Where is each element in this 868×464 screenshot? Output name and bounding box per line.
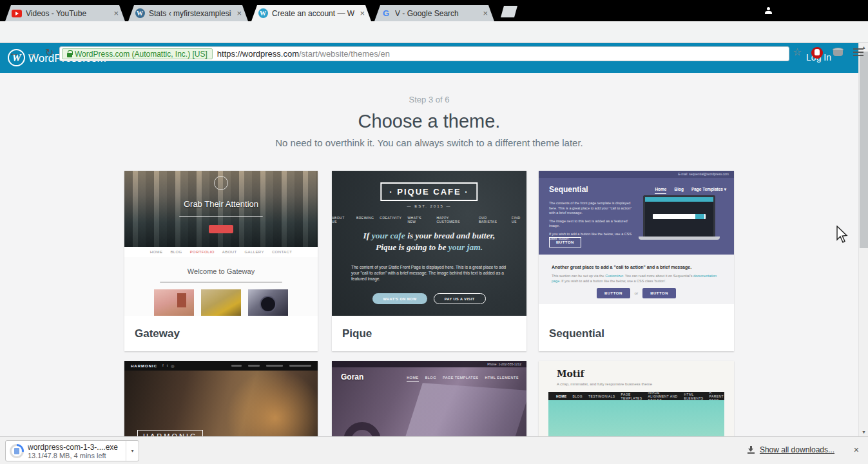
theme-card-pique[interactable]: · PIQUE CAFE · — EST. 2015 — ABOUT US BR… [332, 171, 526, 351]
show-all-downloads-link[interactable]: Show all downloads... [747, 445, 834, 454]
theme-preview-pique[interactable]: · PIQUE CAFE · — EST. 2015 — ABOUT US BR… [332, 171, 526, 316]
nav-link: BLOG [573, 394, 583, 398]
goran-brand: Goran [341, 372, 363, 382]
nav-link: CREATIVITY [380, 216, 401, 224]
placeholder-text-line [160, 282, 282, 283]
theme-preview-sequential[interactable]: E-mail: sequential@wordpress.com Sequent… [539, 171, 734, 316]
sequential-cta-section: Another great place to add a "call to ac… [539, 255, 734, 304]
pique-nav: ABOUT US BREWING CREATIVITY WHAT'S NEW H… [332, 216, 526, 224]
gateway-photo-row [154, 289, 288, 316]
address-bar[interactable]: WordPress.com (Automattic, Inc.) [US] ht… [59, 46, 789, 61]
goran-nav: HOME BLOG PAGE TEMPLATES HTML ELEMENTS [407, 376, 519, 382]
url-text[interactable]: https://wordpress.com/start/website/them… [217, 49, 390, 59]
theme-card-gateway[interactable]: Grab Their Attention HOME BLOG PORTFOLIO… [124, 171, 318, 351]
tab-create-account-active[interactable]: W Create an account — Wor × [251, 5, 371, 21]
pique-body-text: The content of your Static Front Page is… [351, 264, 509, 282]
new-tab-button[interactable] [501, 6, 517, 17]
placeholder-text-line [179, 216, 263, 217]
lock-icon [67, 53, 72, 57]
youtube-icon [12, 8, 22, 19]
gateway-nav: HOME BLOG PORTFOLIO ABOUT GALLERY CONTAC… [124, 247, 318, 257]
page-title: Choose a theme. [0, 111, 858, 132]
profile-icon[interactable] [764, 7, 773, 15]
nav-link: GALLERY [245, 250, 264, 254]
scrollbar-thumb[interactable] [860, 52, 868, 248]
nav-link: CONTACT [272, 250, 292, 254]
ev-certificate-badge[interactable]: WordPress.com (Automattic, Inc.) [US] [62, 48, 213, 59]
wordpress-icon: W [135, 8, 145, 19]
twitter-icon: t [167, 363, 168, 368]
pique-logo: · PIQUE CAFE · [380, 182, 477, 201]
sequential-cta-heading: Another great place to add a "call to ac… [552, 265, 722, 269]
nav-link: PAGE TEMPLATES [443, 376, 479, 382]
theme-card-sequential[interactable]: E-mail: sequential@wordpress.com Sequent… [539, 171, 734, 351]
motif-nav: HOME BLOG TESTIMONIALS PAGE TEMPLATES IM… [548, 392, 724, 400]
pique-tagline: If your cafe is your bread and butter, P… [332, 230, 526, 253]
tab-title: Stats ‹ myfirstexamplesite [149, 9, 231, 18]
chrome-menu-icon[interactable] [853, 48, 863, 56]
nav-link: HAPPY CUSTOMERS [436, 216, 473, 224]
nav-link: BLOG [425, 376, 436, 382]
gateway-welcome-heading: Welcome to Gateway [124, 267, 318, 275]
nav-link: HOME [150, 250, 163, 254]
adblock-extension-icon[interactable] [811, 47, 823, 59]
nav-link: TESTIMONIALS [588, 394, 615, 398]
laptop-mockup [639, 195, 720, 240]
tab-stats-site[interactable]: W Stats ‹ myfirstexamplesite × [128, 5, 248, 21]
theme-preview-gateway[interactable]: Grab Their Attention HOME BLOG PORTFOLIO… [124, 171, 318, 316]
gateway-hero-title: Grab Their Attention [124, 199, 318, 209]
sequential-cta-text: This section can be set up via the Custo… [552, 274, 722, 284]
download-icon [747, 446, 755, 454]
theme-name-gateway: Gateway [124, 316, 318, 351]
sequential-button: BUTTON [642, 288, 676, 298]
nav-link: HTML ELEMENTS [485, 376, 519, 382]
pique-button-visit: PAY US A VISIT [434, 293, 486, 304]
tab-title: Create an account — Wor [272, 9, 354, 18]
mouse-cursor [836, 226, 850, 245]
google-icon: G [381, 8, 391, 19]
extension-icon[interactable] [833, 48, 844, 57]
download-shelf: wordpress-com-1-3-....exe 13.1/47.8 MB, … [0, 436, 868, 464]
photo-thumbnail [154, 289, 194, 316]
sequential-nav: Home Blog Page Templates ▾ [655, 187, 726, 194]
download-filename: wordpress-com-1-3-....exe [28, 443, 126, 452]
sequential-email: E-mail: sequential@wordpress.com [539, 171, 734, 178]
harmonic-nav [231, 365, 311, 367]
motif-title: Motif [557, 369, 584, 379]
reload-button[interactable]: ↻ [45, 48, 53, 58]
nav-link: HOME [556, 394, 567, 398]
theme-name-sequential: Sequential [539, 316, 734, 351]
nav-link: PORTFOLIO [190, 250, 215, 254]
browser-toolbar: ← → ↻ WordPress.com (Automattic, Inc.) [… [0, 21, 868, 43]
pique-buttons: WHAT'S ON NOW PAY US A VISIT [332, 293, 526, 304]
forward-button[interactable]: → [27, 48, 37, 58]
pique-established: — EST. 2015 — [332, 204, 526, 208]
scrollbar[interactable]: ▲ ▼ [858, 43, 868, 436]
sequential-button: BUTTON [597, 288, 630, 298]
nav-link: ABOUT [222, 250, 237, 254]
bookmark-star-icon[interactable]: ☆ [793, 47, 802, 57]
back-button[interactable]: ← [9, 48, 19, 58]
tab-title: V - Google Search [395, 9, 477, 18]
scroll-down-icon[interactable]: ▼ [859, 428, 868, 436]
download-item[interactable]: wordpress-com-1-3-....exe 13.1/47.8 MB, … [5, 440, 139, 461]
close-icon[interactable]: × [358, 9, 366, 17]
close-shelf-icon[interactable]: × [854, 445, 859, 455]
social-icons: f t ◎ [162, 363, 175, 368]
tab-google-search[interactable]: G V - Google Search × [374, 5, 494, 21]
download-menu-caret[interactable]: ▾ [126, 441, 139, 461]
facebook-icon: f [162, 363, 164, 368]
tab-videos-youtube[interactable]: Videos - YouTube × [5, 5, 125, 21]
ev-badge-text: WordPress.com (Automattic, Inc.) [US] [75, 50, 207, 59]
close-icon[interactable]: × [481, 9, 489, 17]
download-progress-icon [10, 444, 24, 458]
close-icon[interactable]: × [235, 9, 243, 17]
nav-link: HOME [407, 376, 419, 382]
harmonic-brand: HARMONIC [131, 364, 157, 368]
tab-strip: Videos - YouTube × W Stats ‹ myfirstexam… [0, 0, 868, 21]
close-icon[interactable]: × [112, 9, 120, 17]
nav-link: WHAT'S NEW [407, 216, 430, 224]
instagram-icon: ◎ [171, 363, 174, 368]
download-info: wordpress-com-1-3-....exe 13.1/47.8 MB, … [28, 443, 126, 459]
nav-link: BLOG [170, 250, 182, 254]
